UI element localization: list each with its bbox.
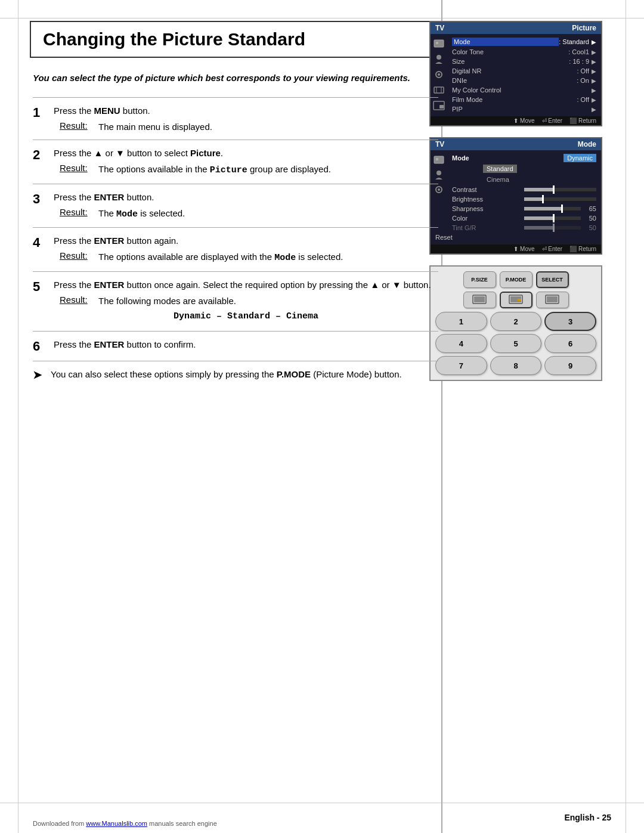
bar-marker-tint <box>553 224 555 232</box>
tv1-footer-move: ⬆ Move <box>513 117 534 124</box>
step-6-number: 6 <box>33 337 54 354</box>
remote-btn-8[interactable]: 8 <box>490 356 542 375</box>
tv2-value-tint: 50 <box>583 224 596 231</box>
remote-btn-2[interactable]: 2 <box>490 312 542 331</box>
step-1-menu-bold: MENU <box>94 106 120 116</box>
bar-fill-sharpness <box>524 207 561 210</box>
remote-btn-1[interactable]: 1 <box>435 312 487 331</box>
tv2-row-cinema: Cinema <box>447 174 601 185</box>
tv-label-dnie: DNIe <box>452 77 577 84</box>
right-column: TV Picture <box>429 21 614 381</box>
remote-blank-btn[interactable] <box>536 292 569 308</box>
step-4-content: Press the ENTER button again. Result: Th… <box>54 234 438 265</box>
tv-arrow-pip: ▶ <box>592 106 596 113</box>
margin-right <box>626 0 626 833</box>
step-3-result-label: Result: <box>60 207 98 217</box>
remote-btn-6[interactable]: 6 <box>544 334 596 353</box>
step-3-content: Press the ENTER button. Result: The Mode… <box>54 190 438 222</box>
remote-pmode-btn[interactable]: P.MODE <box>500 271 532 288</box>
remote-panel: P.SIZE P.MODE SELECT <box>429 265 602 381</box>
tv-arrow-dnie: ▶ <box>592 78 596 84</box>
tv-label-size: Size <box>452 58 569 65</box>
page-footer: English - 25 <box>564 813 611 822</box>
step-6-content: Press the ENTER button to confirm. <box>54 337 438 354</box>
step-4-mode-code: Mode <box>274 253 296 263</box>
remote-btn-9[interactable]: 9 <box>544 356 596 375</box>
tv2-row-sharpness: Sharpness 65 <box>447 204 601 213</box>
tv-panel1-body: Mode : Standard ▶ Color Tone : Cool1 ▶ S… <box>431 34 601 116</box>
step-5-result: Result: The following modes are availabl… <box>54 295 438 308</box>
tv-label-colortone: Color Tone <box>452 48 568 55</box>
remote-tv-icon <box>472 295 487 305</box>
svg-rect-19 <box>518 299 521 301</box>
tv-row-pip: PIP ▶ <box>447 104 601 114</box>
step-5-main: Press the ENTER button once again. Selec… <box>54 278 438 292</box>
step-5-enter-bold: ENTER <box>94 280 125 290</box>
tv2-label-brightness: Brightness <box>452 196 524 203</box>
svg-rect-0 <box>434 40 444 47</box>
remote-btn-3[interactable]: 3 <box>544 312 596 331</box>
step-1-result: Result: The main menu is displayed. <box>54 120 438 134</box>
tv-panel-picture: TV Picture <box>429 21 602 126</box>
tv-panel2-body: Mode Dynamic Standard Cinema <box>431 150 601 244</box>
remote-btn-5[interactable]: 5 <box>490 334 542 353</box>
tv-value-colortone: : Cool1 <box>568 48 589 55</box>
remote-select-btn[interactable]: SELECT <box>536 271 569 288</box>
svg-rect-16 <box>474 296 485 302</box>
tv-arrow-digitalnr: ▶ <box>592 68 596 75</box>
tv2-row-color: Color 50 <box>447 213 601 223</box>
tv2-value-dynamic: Dynamic <box>564 154 596 162</box>
tv1-footer-return: ⬛ Return <box>569 117 596 124</box>
step-3-mode-code: Mode <box>116 209 138 219</box>
remote-enter-btn[interactable] <box>500 292 532 308</box>
tv-panel2-header: TV Mode <box>431 138 601 150</box>
remote-psize-btn[interactable]: P.SIZE <box>463 271 496 288</box>
tv2-row-contrast: Contrast <box>447 185 601 194</box>
step-6: 6 Press the ENTER button to confirm. <box>33 331 438 361</box>
tv2-value-color: 50 <box>583 215 596 222</box>
svg-rect-21 <box>547 296 558 302</box>
step-6-main: Press the ENTER button to confirm. <box>54 337 438 352</box>
downloaded-footer: Downloaded from www.Manualslib.com manua… <box>33 820 217 827</box>
tv-arrow-mode: ▶ <box>592 39 596 45</box>
remote-top-row: P.SIZE P.MODE SELECT <box>435 271 596 288</box>
tv-panel2-title: Mode <box>578 140 596 148</box>
tv-value-mode: : Standard <box>559 38 589 45</box>
tv2-bar-sharpness: 65 <box>524 205 596 212</box>
tv-arrow-filmmode: ▶ <box>592 97 596 103</box>
tv-row-mycolor: My Color Control ▶ <box>447 85 601 95</box>
step-2-main: Press the ▲ or ▼ button to select Pictur… <box>54 146 438 160</box>
tv-row-filmmode: Film Mode : Off ▶ <box>447 95 601 104</box>
step-4-enter-bold: ENTER <box>94 236 125 246</box>
bar-marker-color <box>553 214 555 222</box>
step-3-enter-bold: ENTER <box>94 192 125 202</box>
tv2-row-tint: Tint G/R 50 <box>447 223 601 233</box>
tv-label-filmmode: Film Mode <box>452 96 577 103</box>
tv2-row-standard: Standard <box>447 163 601 174</box>
step-1-result-label: Result: <box>60 120 98 131</box>
downloaded-text: Downloaded from <box>33 820 86 827</box>
bar-marker-sharpness <box>561 205 563 213</box>
remote-tv-btn[interactable] <box>463 292 496 308</box>
remote-btn-4[interactable]: 4 <box>435 334 487 353</box>
tip-content: You can also select these options simply… <box>51 367 402 382</box>
step-2-picture-code: Picture <box>210 165 247 175</box>
tv-row-dnie: DNIe : On ▶ <box>447 76 601 85</box>
tv-label-mycolor: My Color Control <box>452 86 589 94</box>
tv2-label-color: Color <box>452 215 524 222</box>
page-footer-text: English - 25 <box>564 813 611 822</box>
step-5-content: Press the ENTER button once again. Selec… <box>54 278 438 326</box>
tv2-value-sharpness: 65 <box>583 205 596 212</box>
tv2-reset-label: Reset <box>431 233 601 242</box>
tv-label-digitalnr: Digital NR <box>452 67 577 75</box>
tv-panel-mode: TV Mode <box>429 137 602 255</box>
remote-btn-7[interactable]: 7 <box>435 356 487 375</box>
tip-arrow: ➤ <box>33 367 51 382</box>
downloaded-link[interactable]: www.Manualslib.com <box>86 820 147 827</box>
tv2-row-mode: Mode Dynamic <box>447 153 601 163</box>
remote-blank-icon <box>545 295 559 305</box>
tv-label-pip: PIP <box>452 106 589 113</box>
tv-panel1-rows: Mode : Standard ▶ Color Tone : Cool1 ▶ S… <box>447 36 601 114</box>
svg-rect-9 <box>439 105 444 109</box>
step-3: 3 Press the ENTER button. Result: The Mo… <box>33 184 438 228</box>
